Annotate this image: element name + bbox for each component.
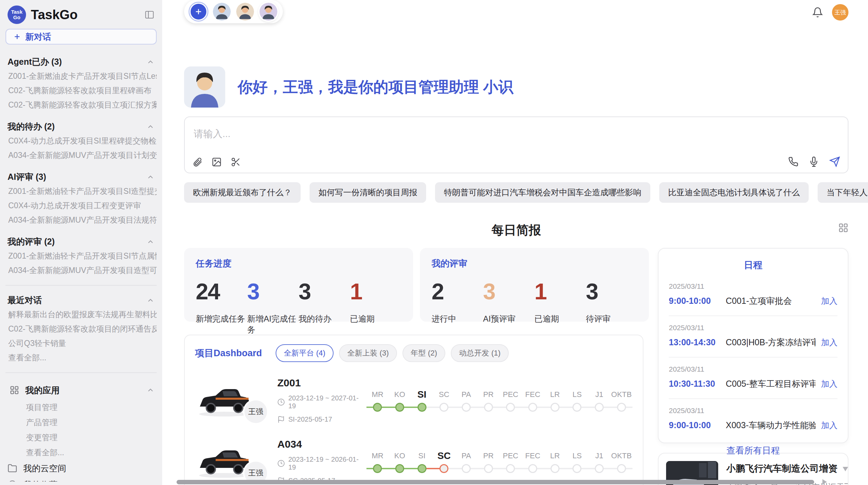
plus-icon bbox=[13, 33, 21, 41]
recent-chat-item[interactable]: 公司Q3轻卡销量 bbox=[5, 336, 157, 350]
project-dates: 2023-12-19 ~ 2027-01-19 bbox=[277, 394, 363, 410]
milestone-label: LR bbox=[544, 388, 566, 401]
owner-avatar: 王强 bbox=[243, 399, 268, 424]
dashboard-tab[interactable]: 动总开发 (1) bbox=[451, 344, 509, 362]
microphone-icon[interactable] bbox=[809, 157, 819, 167]
dashboard-tab[interactable]: 全新平台 (4) bbox=[276, 344, 334, 362]
stat-value: 3 bbox=[483, 278, 534, 304]
sidebar-group-header[interactable]: AI评审 (3) bbox=[8, 171, 155, 183]
suggestion-chip[interactable]: 如何写一份清晰的项目周报 bbox=[310, 182, 426, 203]
sidebar-task-item[interactable]: C0X4-动力总成开发项目工程变更评审 bbox=[5, 198, 157, 213]
app-item[interactable]: 项目管理 bbox=[5, 400, 157, 415]
sidebar-task-item[interactable]: C0X4-动力总成开发项目SI里程碑提交物检查 bbox=[5, 134, 157, 148]
milestone-dot bbox=[528, 403, 537, 412]
sidebar-task-item[interactable]: A034-全新新能源MUV产品开发项目造型可行性评审 bbox=[5, 263, 157, 277]
chevron-up-icon[interactable] bbox=[146, 173, 155, 181]
milestone: LS bbox=[566, 449, 588, 474]
sidebar-task-item[interactable]: A034-全新新能源MUV产品开发项目计划变更表编写 bbox=[5, 148, 157, 162]
logo-text-top: Task bbox=[11, 9, 22, 15]
chevron-up-icon[interactable] bbox=[146, 58, 155, 66]
sidebar-task-item[interactable]: C02-飞腾新能源轻客改款项目立项汇报方案 bbox=[5, 98, 157, 112]
chevron-up-icon[interactable] bbox=[146, 123, 155, 131]
app-item[interactable]: 产品管理 bbox=[5, 415, 157, 430]
milestone-dot bbox=[551, 403, 559, 412]
sidebar-link-cloud[interactable]: 我的云空间 bbox=[5, 460, 157, 476]
scroll-down-arrow[interactable] bbox=[843, 467, 848, 471]
recent-chat-item[interactable]: C02-飞腾新能源轻客改款项目的闭环通告反馈情况 bbox=[5, 322, 157, 336]
milestone-label: PR bbox=[477, 388, 499, 401]
stat-grid: 2进行中3AI预评审1已逾期3待评审 bbox=[432, 278, 637, 324]
add-agent-button[interactable] bbox=[190, 3, 207, 21]
stat-label: 新增AI完成任务 bbox=[247, 313, 299, 335]
milestone: KO bbox=[389, 449, 411, 474]
join-link[interactable]: 加入 bbox=[821, 296, 837, 307]
milestone-label: OKTB bbox=[610, 449, 632, 463]
sidebar-task-item[interactable]: A034-全新新能源MUV产品开发项目法规符合性评审 bbox=[5, 213, 157, 227]
milestone-label: PA bbox=[455, 388, 478, 401]
sidebar-link-star[interactable]: 我的收藏 bbox=[5, 476, 157, 482]
chevron-up-icon[interactable] bbox=[146, 296, 155, 304]
milestone-label: SC bbox=[433, 449, 455, 463]
attach-file-icon[interactable] bbox=[192, 157, 203, 167]
project-image: 王强 bbox=[195, 443, 253, 481]
sidebar-header: Task Go TaskGo bbox=[5, 5, 157, 29]
recent-chat-item[interactable]: 解释最新出台的欧盟报废车法规再生塑料比例被调至15%... bbox=[5, 307, 157, 322]
milestone-dot bbox=[617, 464, 626, 473]
suggestion-chip[interactable]: 当下年轻人对汽车外观有怎样的喜好趋势 bbox=[818, 182, 868, 203]
chevron-up-icon[interactable] bbox=[146, 386, 155, 394]
new-chat-button[interactable]: 新对话 bbox=[5, 29, 157, 45]
chat-input-box[interactable]: 请输入... bbox=[184, 116, 848, 173]
sidebar-task-item[interactable]: Z001-全新燃油轻卡产品开发项目SI造型提交物评审 bbox=[5, 184, 157, 198]
recent-chats-header[interactable]: 最近对话 bbox=[8, 295, 155, 306]
sidebar-task-item[interactable]: Z001-全新燃油皮卡产品开发项目SI节点Lesson Learn报告 bbox=[5, 69, 157, 83]
app-item[interactable]: 变更管理 bbox=[5, 430, 157, 445]
phone-call-icon[interactable] bbox=[788, 157, 798, 167]
agent-avatar-selected[interactable] bbox=[260, 3, 277, 21]
milestone-dot-row bbox=[522, 463, 544, 474]
milestone-dot bbox=[595, 464, 604, 473]
join-link[interactable]: 加入 bbox=[821, 378, 837, 389]
agent-avatar[interactable] bbox=[213, 3, 231, 21]
sidebar-group-header[interactable]: Agent已办 (3) bbox=[8, 56, 155, 67]
join-link[interactable]: 加入 bbox=[821, 337, 837, 348]
my-apps-header[interactable]: 我的应用 bbox=[8, 382, 155, 398]
input-toolbar-right bbox=[788, 156, 840, 167]
sidebar-task-item[interactable]: Z001-全新燃油轻卡产品开发项目SI节点属性5D文件评审 bbox=[5, 249, 157, 263]
app-item[interactable]: 查看全部... bbox=[5, 445, 157, 460]
sidebar-task-item[interactable]: C02-飞腾新能源轻客改款项目里程碑画布 bbox=[5, 83, 157, 98]
sidebar-scroll-area[interactable]: Agent已办 (3)Z001-全新燃油皮卡产品开发项目SI节点Lesson L… bbox=[5, 47, 157, 482]
recent-chat-item[interactable]: 查看全部... bbox=[5, 350, 157, 365]
stat-value: 24 bbox=[196, 278, 247, 304]
stat-label: 进行中 bbox=[432, 313, 483, 324]
milestone-label: MR bbox=[366, 449, 389, 463]
notification-bell-icon[interactable] bbox=[812, 7, 823, 18]
milestone-dot bbox=[439, 403, 448, 412]
chevron-up-icon[interactable] bbox=[146, 238, 155, 246]
dashboard-tabs: 全新平台 (4)全新上装 (3)年型 (2)动总开发 (1) bbox=[276, 344, 509, 362]
insert-image-icon[interactable] bbox=[212, 157, 222, 167]
join-link[interactable]: 加入 bbox=[821, 420, 837, 431]
milestone-label: PR bbox=[477, 449, 499, 463]
view-all-schedule-link[interactable]: 查看所有日程 bbox=[669, 440, 837, 458]
send-icon[interactable] bbox=[829, 156, 840, 167]
suggestion-chip[interactable]: 特朗普可能对进口汽车增税会对中国车企造成哪些影响 bbox=[435, 182, 650, 203]
layout-grid-icon[interactable] bbox=[838, 223, 848, 233]
dashboard-tab[interactable]: 全新上装 (3) bbox=[339, 344, 397, 362]
collapse-sidebar-icon[interactable] bbox=[144, 10, 155, 20]
agent-avatar[interactable] bbox=[236, 3, 254, 21]
project-row: 王强A0342023-12-19 ~ 2026-01-19SC-2025-05-… bbox=[195, 438, 632, 485]
milestone-dot-row bbox=[366, 463, 389, 474]
scroll-right-arrow[interactable] bbox=[822, 479, 827, 485]
milestone-label: MR bbox=[366, 388, 389, 401]
stat-value: 1 bbox=[534, 278, 586, 304]
milestone-dot bbox=[418, 403, 426, 412]
dashboard-tab[interactable]: 年型 (2) bbox=[402, 344, 445, 362]
suggestion-chip[interactable]: 比亚迪全固态电池计划具体说了什么 bbox=[659, 182, 809, 203]
scissors-icon[interactable] bbox=[231, 157, 241, 167]
user-avatar[interactable]: 王强 bbox=[832, 4, 848, 21]
horizontal-scrollbar[interactable] bbox=[177, 480, 814, 484]
milestone-dot bbox=[462, 403, 471, 412]
sidebar-group-header[interactable]: 我的评审 (2) bbox=[8, 236, 155, 247]
suggestion-chip[interactable]: 欧洲新规最近颁布了什么？ bbox=[184, 182, 301, 203]
sidebar-group-header[interactable]: 我的待办 (2) bbox=[8, 121, 155, 132]
